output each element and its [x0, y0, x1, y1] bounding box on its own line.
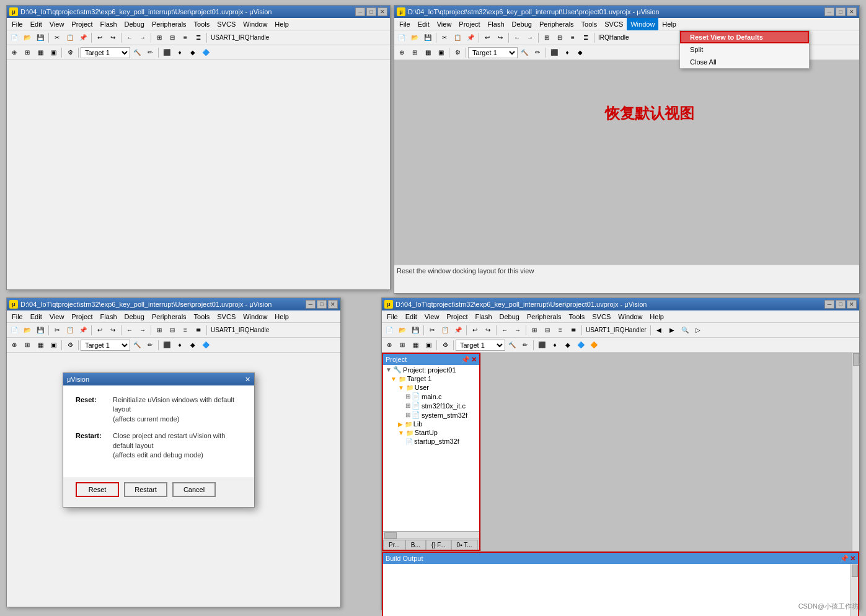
tb2-6-tr[interactable]: 🔨	[518, 46, 531, 59]
menu-peripherals-tr[interactable]: Peripherals	[536, 18, 578, 30]
main-vscroll[interactable]	[852, 353, 859, 551]
dialog-cancel-button[interactable]: Cancel	[172, 482, 216, 497]
minimize-btn-br[interactable]: ─	[824, 300, 834, 309]
tb-cut-tr[interactable]: ✂	[438, 32, 451, 44]
tb-usart-bl[interactable]: USART1_IRQHandle	[209, 324, 271, 337]
minimize-btn-bl[interactable]: ─	[306, 300, 316, 309]
tb2-7-br[interactable]: ✏	[519, 339, 531, 351]
tb2-2-bl[interactable]: ⊞	[21, 339, 33, 351]
menu-flash-br[interactable]: Flash	[472, 310, 496, 323]
tree-main-c[interactable]: ⊞ 📄 main.c	[383, 392, 479, 401]
tb-undo-tr[interactable]: ↩	[481, 32, 493, 44]
tb-cut-br[interactable]: ✂	[426, 324, 438, 337]
menu-view-bl[interactable]: View	[46, 310, 68, 323]
tb-nav-fwd-bl[interactable]: →	[136, 324, 149, 337]
tb-extra2-br[interactable]: ▶	[666, 324, 678, 337]
tb-nav-back-bl[interactable]: ←	[123, 324, 136, 337]
tb2-4-tr[interactable]: ▣	[435, 46, 447, 59]
tb-b3-tl[interactable]: ≡	[179, 32, 192, 44]
title-bar-bl[interactable]: μ D:\04_IoT\qtproject\stm32\exp6_key_pol…	[7, 298, 340, 310]
tb-open-br[interactable]: 📂	[396, 324, 409, 337]
tb2-1-tl[interactable]: ⊕	[8, 46, 20, 59]
menu-file-br[interactable]: File	[383, 310, 402, 323]
build-vscroll-thumb[interactable]	[852, 565, 858, 577]
tb-extra4-br[interactable]: ▷	[692, 324, 704, 337]
tb2-5-tr[interactable]: ⚙	[451, 46, 464, 59]
panel-pin-icon[interactable]: 📌	[461, 356, 470, 364]
tb-copy-tl[interactable]: 📋	[64, 32, 76, 44]
title-bar-top-left[interactable]: μ D:\04_IoT\qtproject\stm32\exp6_key_pol…	[7, 6, 390, 18]
tb2-10-br[interactable]: ◆	[562, 339, 574, 351]
menu-view-tl[interactable]: View	[46, 18, 68, 30]
dialog-close-icon[interactable]: ✕	[245, 376, 250, 384]
tb-nav-fwd-tl[interactable]: →	[136, 32, 149, 44]
close-btn-tl[interactable]: ✕	[378, 7, 387, 16]
menu-tools-tr[interactable]: Tools	[578, 18, 601, 30]
tb-open-tl[interactable]: 📂	[21, 32, 33, 44]
tb2-1-bl[interactable]: ⊕	[8, 339, 20, 351]
tb2-3-tr[interactable]: ▦	[422, 46, 434, 59]
tb-b1-br[interactable]: ⊞	[528, 324, 541, 337]
tb-open-tr[interactable]: 📂	[409, 32, 421, 44]
tb-undo-br[interactable]: ↩	[469, 324, 481, 337]
tb2-10-tl[interactable]: ◆	[187, 46, 199, 59]
menu-window-br[interactable]: Window	[614, 310, 646, 323]
tb2-9-bl[interactable]: ♦	[174, 339, 186, 351]
tb2-11-br[interactable]: 🔷	[575, 339, 587, 351]
target-selector-bl[interactable]: Target 1	[81, 340, 130, 351]
vscroll-thumb[interactable]	[853, 353, 859, 366]
tb2-6-tl[interactable]: 🔨	[131, 46, 143, 59]
tb-b4-br[interactable]: ≣	[567, 324, 580, 337]
tb2-4-tl[interactable]: ▣	[47, 46, 60, 59]
maximize-btn-bl[interactable]: □	[317, 300, 327, 309]
dialog-reset-button[interactable]: Reset	[76, 482, 119, 497]
tb-extra1-br[interactable]: ◀	[653, 324, 665, 337]
tree-user-folder[interactable]: ▼ 📁 User	[383, 383, 479, 392]
tb2-12-br[interactable]: 🔶	[588, 339, 600, 351]
build-output-header[interactable]: Build Output 📌 ✕	[383, 553, 858, 564]
tb2-11-bl[interactable]: 🔷	[200, 339, 212, 351]
tb-new-bl[interactable]: 📄	[8, 324, 20, 337]
tree-project-root[interactable]: ▼ 🔧 Project: project01	[383, 365, 479, 374]
target-selector-tl[interactable]: Target 1	[81, 47, 130, 58]
tb-cut-tl[interactable]: ✂	[51, 32, 63, 44]
tb2-9-tl[interactable]: ♦	[174, 46, 186, 59]
target-selector-tr[interactable]: Target 1	[468, 47, 518, 58]
project-panel-header[interactable]: Project 📌 ✕	[383, 354, 479, 365]
tb2-10-bl[interactable]: ◆	[187, 339, 199, 351]
tree-startup-file[interactable]: 📄 startup_stm32f	[383, 437, 479, 446]
tb2-1-tr[interactable]: ⊕	[395, 46, 408, 59]
menu-peripherals-bl[interactable]: Peripherals	[148, 310, 190, 323]
tb-paste-tr[interactable]: 📌	[464, 32, 477, 44]
menu-debug-br[interactable]: Debug	[496, 310, 523, 323]
menu-help-tr[interactable]: Help	[658, 18, 680, 30]
tb-undo-bl[interactable]: ↩	[94, 324, 106, 337]
menu-file-bl[interactable]: File	[8, 310, 27, 323]
tb2-8-br[interactable]: ⬛	[536, 339, 548, 351]
menu-window-tl[interactable]: Window	[239, 18, 271, 30]
menu-project-tl[interactable]: Project	[68, 18, 96, 30]
menu-debug-bl[interactable]: Debug	[121, 310, 148, 323]
close-btn-bl[interactable]: ✕	[328, 300, 338, 309]
tree-target1[interactable]: ▼ 📁 Target 1	[383, 374, 479, 383]
menu-help-br[interactable]: Help	[646, 310, 668, 323]
dropdown-reset-view[interactable]: Reset View to Defaults	[680, 31, 809, 43]
maximize-btn-br[interactable]: □	[836, 300, 846, 309]
target-selector-br[interactable]: Target 1	[456, 340, 505, 351]
dropdown-close-all[interactable]: Close All	[680, 56, 809, 68]
menu-edit-tr[interactable]: Edit	[414, 18, 433, 30]
tb2-3-bl[interactable]: ▦	[34, 339, 46, 351]
tb2-5-tl[interactable]: ⚙	[64, 46, 76, 59]
tb2-9-br[interactable]: ♦	[549, 339, 561, 351]
tb-save-br[interactable]: 💾	[409, 324, 422, 337]
tb-copy-bl[interactable]: 📋	[64, 324, 76, 337]
tb-b2-tr[interactable]: ⊟	[554, 32, 566, 44]
menu-svcs-tr[interactable]: SVCS	[601, 18, 627, 30]
tb2-6-br[interactable]: 🔨	[506, 339, 518, 351]
menu-peripherals-br[interactable]: Peripherals	[523, 310, 565, 323]
maximize-btn-tr[interactable]: □	[836, 7, 846, 16]
tb-paste-bl[interactable]: 📌	[77, 324, 89, 337]
tb-b2-tl[interactable]: ⊟	[166, 32, 179, 44]
tab-books[interactable]: B...	[405, 540, 426, 550]
dialog-title-bar[interactable]: μVision ✕	[63, 373, 254, 385]
